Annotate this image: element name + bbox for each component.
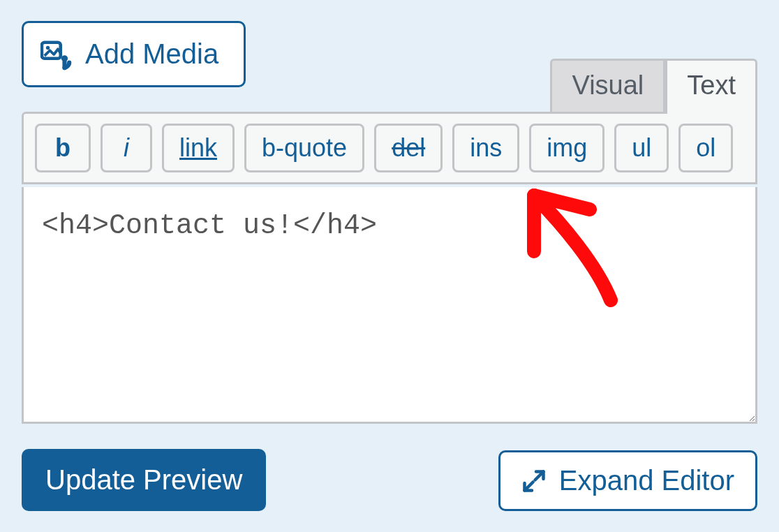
tab-visual-label: Visual [572, 72, 644, 98]
qt-italic-label: i [124, 133, 129, 163]
qt-ul-label: ul [632, 133, 651, 163]
tab-text-label: Text [687, 72, 736, 98]
qt-ins-label: ins [470, 133, 502, 163]
qt-blockquote-label: b-quote [262, 133, 347, 163]
qt-ol-label: ol [696, 133, 715, 163]
expand-icon [521, 468, 547, 494]
tab-visual[interactable]: Visual [550, 59, 665, 113]
qt-ol-button[interactable]: ol [678, 124, 733, 172]
add-media-button[interactable]: Add Media [22, 21, 246, 87]
qt-img-label: img [547, 133, 587, 163]
editor-area [22, 187, 757, 424]
update-preview-label: Update Preview [45, 464, 242, 495]
qt-img-button[interactable]: img [529, 124, 604, 172]
qt-ins-button[interactable]: ins [452, 124, 519, 172]
quicktags-toolbar: b i link b-quote del ins img ul ol [22, 112, 757, 184]
expand-editor-label: Expand Editor [559, 465, 734, 496]
tab-text[interactable]: Text [665, 59, 757, 113]
qt-bold-label: b [55, 133, 71, 163]
qt-blockquote-button[interactable]: b-quote [244, 124, 364, 172]
qt-del-label: del [392, 133, 425, 163]
qt-del-button[interactable]: del [374, 124, 443, 172]
qt-bold-button[interactable]: b [35, 124, 91, 172]
add-media-label: Add Media [85, 38, 218, 70]
qt-link-label: link [179, 133, 217, 163]
editor-mode-tabs: Visual Text [550, 57, 757, 113]
qt-ul-button[interactable]: ul [614, 124, 669, 172]
add-media-icon [40, 38, 73, 71]
html-editor-textarea[interactable] [22, 187, 757, 424]
update-preview-button[interactable]: Update Preview [22, 449, 266, 511]
svg-point-1 [46, 45, 50, 49]
qt-italic-button[interactable]: i [101, 124, 152, 172]
qt-link-button[interactable]: link [162, 124, 235, 172]
expand-editor-button[interactable]: Expand Editor [498, 450, 757, 511]
